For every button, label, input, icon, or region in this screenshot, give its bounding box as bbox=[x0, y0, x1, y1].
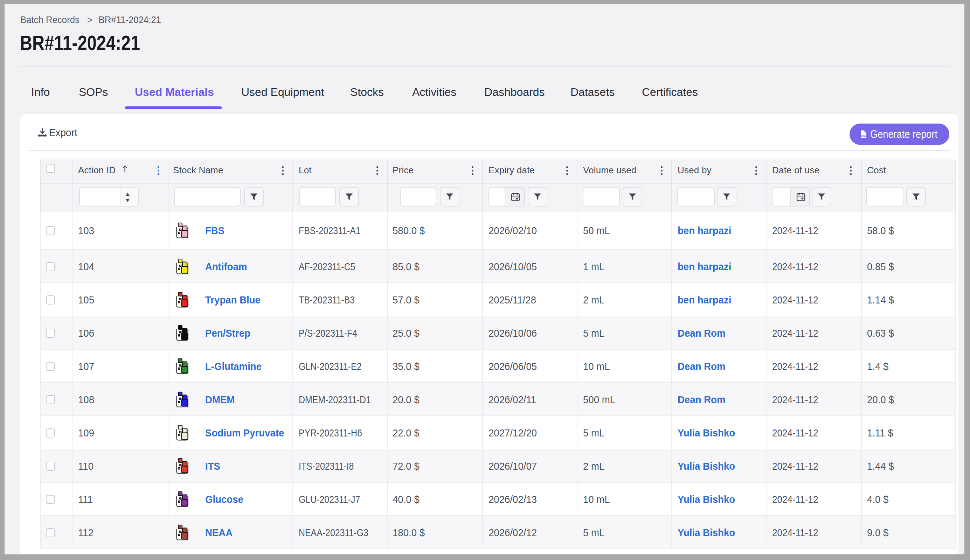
svg-text:PDF: PDF bbox=[861, 135, 866, 138]
